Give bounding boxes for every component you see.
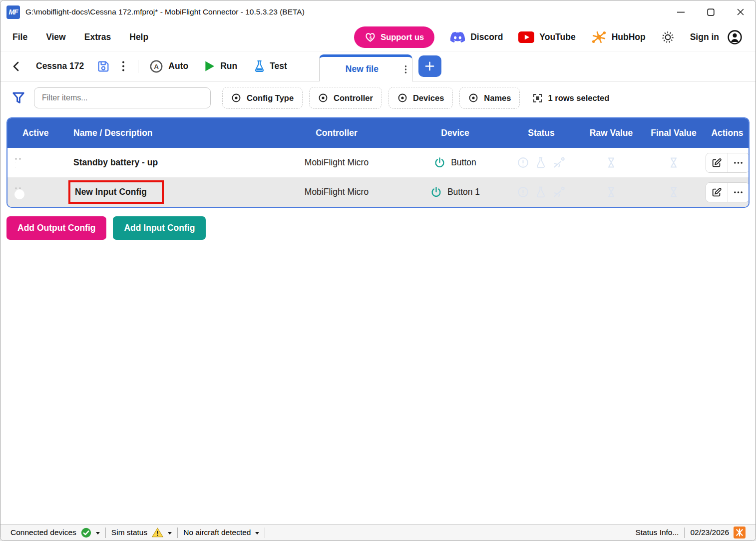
- chip-label: Config Type: [247, 93, 294, 103]
- add-input-config-button[interactable]: Add Input Config: [113, 216, 206, 240]
- config-controller: MobiFlight Micro: [305, 157, 369, 168]
- discord-link[interactable]: Discord: [450, 31, 503, 43]
- maximize-icon: [707, 8, 715, 16]
- date-label: 02/23/2026: [690, 528, 729, 537]
- filter-input[interactable]: [34, 87, 211, 108]
- menu-view[interactable]: View: [46, 32, 66, 42]
- aircraft-status-label: No aircraft detected: [183, 528, 251, 537]
- save-button[interactable]: [96, 59, 110, 73]
- support-us-label: Support us: [380, 32, 424, 42]
- add-tab-button[interactable]: [418, 55, 441, 77]
- title-bar: MF G:\mobiflight-docs\Cessna 172.mfproj*…: [0, 0, 756, 23]
- status-bar: Connected devices Sim status No aircraft…: [0, 524, 756, 541]
- status-info-link[interactable]: Status Info...: [630, 528, 684, 537]
- window-controls: [666, 0, 756, 23]
- maximize-button[interactable]: [696, 0, 726, 23]
- hubhop-label: HubHop: [612, 32, 646, 42]
- minimize-button[interactable]: [666, 0, 696, 23]
- filter-chip-devices[interactable]: Devices: [388, 87, 453, 109]
- filter-chip-names[interactable]: Names: [459, 87, 520, 109]
- config-table: Active Name / Description Controller Dev…: [6, 117, 750, 208]
- more-actions-button[interactable]: [728, 183, 749, 202]
- back-button[interactable]: [11, 60, 21, 72]
- svg-text:$: $: [370, 35, 372, 40]
- menu-file[interactable]: File: [12, 32, 27, 42]
- tab-new-file[interactable]: New file: [319, 54, 412, 81]
- run-label: Run: [220, 61, 237, 71]
- disconnected-icon: [552, 186, 566, 198]
- selection-icon: [533, 94, 542, 102]
- youtube-link[interactable]: YouTube: [518, 31, 575, 43]
- minimize-icon: [677, 11, 685, 13]
- header-active: Active: [22, 128, 64, 138]
- more-actions-button[interactable]: [728, 153, 749, 172]
- chip-label: Devices: [413, 93, 444, 103]
- rows-selected-indicator: 1 rows selected: [533, 93, 609, 103]
- sign-in-button[interactable]: Sign in: [690, 29, 743, 45]
- aircraft-status-dropdown[interactable]: No aircraft detected: [178, 528, 265, 537]
- edit-config-button[interactable]: [706, 183, 728, 202]
- filter-funnel-icon: [11, 91, 25, 105]
- warning-icon: [152, 528, 163, 538]
- close-icon: [737, 8, 745, 16]
- chip-label: Controller: [334, 93, 373, 103]
- ellipsis-icon: [734, 191, 743, 194]
- close-button[interactable]: [726, 0, 756, 23]
- filter-chip-controller[interactable]: Controller: [309, 87, 382, 109]
- target-icon: [318, 93, 328, 103]
- test-button[interactable]: Test: [254, 59, 287, 73]
- hourglass-icon: [606, 156, 617, 169]
- menu-items: File View Extras Help: [12, 32, 148, 42]
- add-output-config-button[interactable]: Add Output Config: [6, 216, 106, 240]
- sim-status-dropdown[interactable]: Sim status: [106, 528, 177, 538]
- chevron-down-icon: [255, 532, 259, 535]
- highlight-box: New Input Config: [68, 180, 164, 204]
- menu-help[interactable]: Help: [129, 32, 148, 42]
- edit-config-button[interactable]: [706, 153, 728, 172]
- header-raw-value: Raw Value: [590, 128, 633, 138]
- target-icon: [468, 93, 478, 103]
- edit-icon: [711, 157, 722, 168]
- svg-text:A: A: [154, 62, 159, 70]
- app-window: MF G:\mobiflight-docs\Cessna 172.mfproj*…: [0, 0, 756, 541]
- alert-circle-icon: [517, 156, 529, 169]
- table-row[interactable]: Standby battery - up MobiFlight Micro Bu…: [7, 148, 749, 177]
- chevron-down-icon: [168, 532, 172, 535]
- hubhop-link[interactable]: HubHop: [591, 30, 646, 44]
- hubhop-icon: [591, 30, 607, 44]
- run-button[interactable]: Run: [204, 60, 237, 72]
- header-name: Name / Description: [64, 128, 264, 138]
- hourglass-icon: [668, 156, 679, 169]
- run-icon: [204, 60, 215, 72]
- test-label: Test: [270, 61, 287, 71]
- menu-right: $ Support us Discord YouTube H: [354, 26, 743, 48]
- sign-in-label: Sign in: [690, 32, 719, 42]
- header-final-value: Final Value: [651, 128, 696, 138]
- menu-bar: File View Extras Help $ Support us Disco…: [0, 23, 756, 51]
- auto-icon: A: [149, 59, 163, 73]
- tab-menu-button[interactable]: [404, 64, 407, 75]
- device-label: Button 1: [447, 187, 480, 197]
- target-icon: [231, 93, 241, 103]
- device-label: Button: [451, 157, 476, 168]
- header-status: Status: [528, 128, 554, 138]
- auto-toggle[interactable]: A Auto: [149, 59, 188, 73]
- raw-value-cell: [606, 156, 617, 169]
- alert-circle-icon: [517, 186, 529, 198]
- test-flask-icon: [254, 59, 265, 73]
- header-actions: Actions: [711, 128, 743, 138]
- account-icon: [727, 29, 743, 45]
- project-menu-button[interactable]: [120, 58, 127, 74]
- row-actions: [706, 153, 750, 173]
- check-circle-icon: [81, 528, 91, 538]
- theme-toggle-icon[interactable]: [661, 30, 675, 44]
- support-us-button[interactable]: $ Support us: [354, 26, 434, 48]
- app-logo: MF: [6, 5, 20, 19]
- menu-extras[interactable]: Extras: [84, 32, 111, 42]
- connected-devices-dropdown[interactable]: Connected devices: [5, 528, 105, 538]
- raw-value-cell: [606, 186, 617, 198]
- config-device: Button: [409, 157, 501, 168]
- window-title: G:\mobiflight-docs\Cessna 172.mfproj* - …: [25, 7, 305, 16]
- filter-chip-config-type[interactable]: Config Type: [222, 87, 303, 109]
- table-row-selected[interactable]: New Input Config MobiFlight Micro Button…: [7, 177, 749, 207]
